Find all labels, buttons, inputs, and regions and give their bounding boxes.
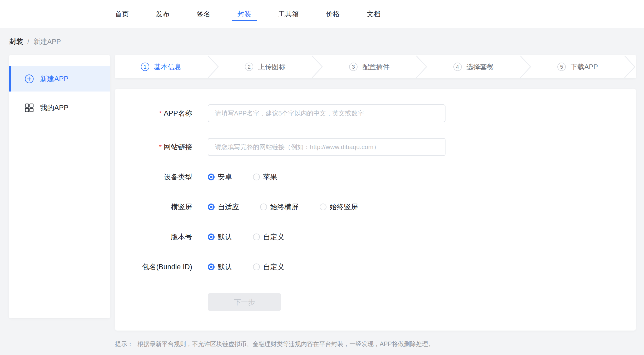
main-panel: 1 基本信息 2 上传图标 3 配置插件 4 选择套餐: [115, 55, 636, 348]
radio-unselected-icon: [253, 234, 260, 240]
radio-bundle-default[interactable]: 默认: [208, 262, 232, 272]
step-1-label: 基本信息: [154, 62, 181, 72]
radio-unselected-icon: [320, 204, 326, 210]
app-name-input[interactable]: [208, 104, 445, 122]
site-url-input[interactable]: [208, 138, 445, 156]
radio-unselected-icon: [260, 204, 267, 210]
step-upload-icon[interactable]: 2 上传图标: [219, 55, 311, 78]
bundle-id-row: 包名(Bundle ID) 默认 自定义: [115, 262, 636, 272]
radio-bundle-custom[interactable]: 自定义: [253, 262, 284, 272]
tip-prefix: 提示：: [115, 341, 133, 347]
step-chevron-icon: [311, 55, 323, 78]
nav-tab-sign[interactable]: 签名: [197, 0, 210, 28]
step-1-number: 1: [141, 63, 149, 71]
sidebar-item-my-apps-label: 我的APP: [40, 103, 68, 113]
nav-tab-docs[interactable]: 文档: [367, 0, 380, 28]
device-type-row: 设备类型 安卓 苹果: [115, 172, 636, 182]
radio-orientation-landscape[interactable]: 始终横屏: [260, 202, 299, 212]
app-name-row: *APP名称: [115, 104, 636, 122]
radio-device-ios[interactable]: 苹果: [253, 172, 277, 182]
breadcrumb-current: 新建APP: [33, 37, 61, 46]
plus-circle-icon: [24, 74, 34, 84]
nav-tab-pricing[interactable]: 价格: [326, 0, 340, 28]
tip-text: 根据最新平台规则，不允许区块链虚拟币、金融理财类等违规内容在平台封装，一经发现，…: [137, 341, 434, 347]
step-chevron-icon: [415, 55, 428, 78]
step-configure-plugins[interactable]: 3 配置插件: [323, 55, 415, 78]
content-area: 新建APP 我的APP 1 基本信息: [0, 55, 644, 348]
breadcrumb-root[interactable]: 封装: [9, 37, 23, 46]
required-asterisk: *: [159, 109, 162, 117]
site-url-label: *网站链接: [115, 142, 192, 152]
radio-version-default[interactable]: 默认: [208, 232, 232, 242]
step-basic-info[interactable]: 1 基本信息: [115, 55, 207, 78]
step-5-number: 5: [557, 63, 566, 71]
device-type-label: 设备类型: [115, 172, 192, 182]
platform-rules-tip: 提示：根据最新平台规则，不允许区块链虚拟币、金融理财类等违规内容在平台封装，一经…: [115, 340, 636, 348]
radio-selected-icon: [208, 174, 215, 180]
radio-orientation-portrait[interactable]: 始终竖屏: [320, 202, 358, 212]
radio-selected-icon: [208, 263, 215, 270]
radio-selected-icon: [208, 234, 215, 240]
orientation-label: 横竖屏: [115, 202, 192, 212]
radio-selected-icon: [208, 204, 215, 210]
active-tab-underline: [232, 20, 257, 21]
step-chevron-icon: [624, 55, 636, 78]
radio-orientation-auto[interactable]: 自适应: [208, 202, 239, 212]
breadcrumb-separator: /: [27, 38, 29, 46]
step-3-label: 配置插件: [362, 62, 390, 72]
steps-bar: 1 基本信息 2 上传图标 3 配置插件 4 选择套餐: [115, 55, 636, 78]
required-asterisk: *: [159, 143, 162, 151]
version-label: 版本号: [115, 232, 192, 242]
step-4-number: 4: [453, 63, 462, 71]
step-download-app[interactable]: 5 下载APP: [532, 55, 624, 78]
grid-icon: [24, 103, 34, 113]
sidebar: 新建APP 我的APP: [9, 55, 110, 318]
sidebar-item-new-app[interactable]: 新建APP: [9, 66, 110, 92]
orientation-row: 横竖屏 自适应 始终横屏 始终竖屏: [115, 202, 636, 212]
step-chevron-icon: [207, 55, 219, 78]
step-chevron-icon: [519, 55, 532, 78]
radio-device-android[interactable]: 安卓: [208, 172, 232, 182]
step-5-label: 下载APP: [571, 62, 598, 72]
step-2-number: 2: [245, 63, 253, 71]
nav-tab-package[interactable]: 封装: [237, 0, 251, 28]
step-3-number: 3: [349, 63, 358, 71]
sidebar-item-new-app-label: 新建APP: [40, 74, 68, 84]
site-url-row: *网站链接: [115, 138, 636, 156]
nav-tab-home[interactable]: 首页: [115, 0, 129, 28]
radio-unselected-icon: [253, 263, 260, 270]
nav-tab-publish[interactable]: 发布: [156, 0, 170, 28]
nav-tab-toolbox[interactable]: 工具箱: [278, 0, 299, 28]
nav-tab-package-label: 封装: [237, 9, 251, 19]
step-choose-plan[interactable]: 4 选择套餐: [428, 55, 520, 78]
radio-unselected-icon: [253, 174, 260, 180]
basic-info-form: *APP名称 *网站链接 设备类型 安卓: [115, 89, 636, 331]
button-row: 下一步: [115, 293, 636, 311]
app-name-label: *APP名称: [115, 109, 192, 118]
sidebar-item-my-apps[interactable]: 我的APP: [9, 95, 110, 120]
main-nav: 首页 发布 签名 封装 工具箱 价格 文档: [115, 0, 380, 28]
version-row: 版本号 默认 自定义: [115, 232, 636, 242]
step-2-label: 上传图标: [258, 62, 285, 72]
bundle-id-label: 包名(Bundle ID): [115, 262, 192, 272]
top-header: 首页 发布 签名 封装 工具箱 价格 文档: [0, 0, 644, 28]
step-4-label: 选择套餐: [467, 62, 494, 72]
breadcrumb: 封装 / 新建APP: [0, 28, 644, 55]
next-step-button[interactable]: 下一步: [208, 293, 281, 311]
radio-version-custom[interactable]: 自定义: [253, 232, 284, 242]
